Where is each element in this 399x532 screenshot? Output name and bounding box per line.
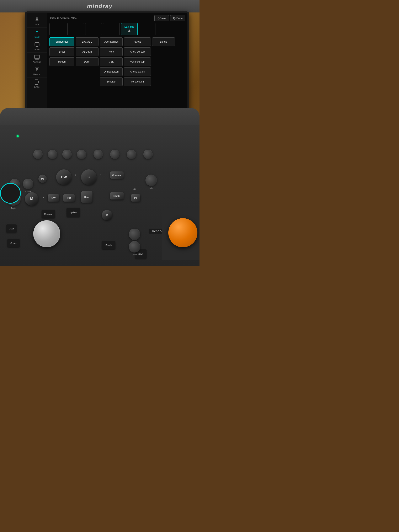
elasto-button[interactable]: Elasto bbox=[110, 192, 124, 200]
c-button[interactable]: C bbox=[81, 169, 97, 185]
sidebar-label-anzeige: Anzeige bbox=[33, 61, 41, 63]
probe-slot-2[interactable] bbox=[67, 23, 84, 35]
pw-button[interactable]: PW bbox=[56, 169, 72, 185]
console-body: Resona I8 Angle A. Power Volume P2 PW Y … bbox=[0, 108, 200, 266]
z-label: Z bbox=[100, 173, 101, 177]
color-knob[interactable]: Color bbox=[146, 175, 157, 186]
brand-name: mindray bbox=[87, 3, 113, 10]
led-indicator bbox=[17, 135, 19, 137]
sidebar-item-sonde[interactable]: Sonde bbox=[27, 28, 47, 40]
right-trackball-area bbox=[162, 208, 200, 260]
pd-button[interactable]: PD bbox=[63, 194, 75, 202]
probe-slot-4[interactable] bbox=[103, 23, 120, 35]
svg-rect-1 bbox=[34, 55, 39, 59]
volume-knob[interactable]: Volume bbox=[23, 179, 33, 189]
volume-label: Volume bbox=[25, 190, 31, 192]
cursor-button[interactable]: Cursor bbox=[7, 239, 20, 247]
app-col-3: Oberflächlich Nerv MSK Orthopädisch Schu… bbox=[100, 38, 123, 116]
sidebar-item-bericht[interactable]: Bericht bbox=[27, 65, 47, 77]
knob-1[interactable] bbox=[33, 150, 43, 159]
sidebar-label-bericht: Bericht bbox=[33, 73, 40, 76]
knob-7[interactable] bbox=[127, 150, 136, 159]
probe-slot-3[interactable] bbox=[85, 23, 102, 35]
monitor-bezel: Info Sonde Scan Anzeig bbox=[25, 12, 189, 120]
app-btn-abd-kin[interactable]: ABD Kin bbox=[76, 47, 99, 56]
app-btn-oberflaechlich[interactable]: Oberflächlich bbox=[100, 38, 123, 46]
knob-6[interactable] bbox=[110, 150, 120, 159]
app-btn-msk[interactable]: MSK bbox=[100, 57, 123, 66]
trackball[interactable] bbox=[33, 220, 60, 247]
app-btn-hoden[interactable]: Hoden bbox=[50, 57, 74, 66]
app-col-2: Erw. ABD ABD Kin Darm bbox=[76, 38, 99, 116]
app-btn-vena-ext-inf[interactable]: Vena ext inf bbox=[124, 77, 151, 86]
sidebar-item-info[interactable]: Info bbox=[27, 15, 47, 28]
app-btn-schilddruese[interactable]: Schilddrüse bbox=[50, 38, 74, 46]
sidebar-item-scan[interactable]: Scan bbox=[27, 40, 47, 53]
x-label: X bbox=[43, 196, 44, 199]
exit-icon: ⏻ bbox=[173, 17, 176, 20]
4d-label: 4D bbox=[133, 188, 136, 190]
svg-rect-0 bbox=[35, 43, 39, 46]
app-btn-vena-ext-sup[interactable]: Vena ext sup bbox=[124, 57, 151, 66]
app-btn-orthopaedisch[interactable]: Orthopädisch bbox=[100, 67, 123, 76]
app-btn-brust[interactable]: Brust bbox=[50, 47, 74, 56]
measure-button[interactable]: Measure bbox=[42, 210, 55, 218]
section-title: Sond u. Unters.-Mod. bbox=[50, 16, 77, 19]
dual-button[interactable]: Dual bbox=[81, 191, 93, 203]
svg-rect-2 bbox=[35, 67, 39, 72]
probe-slot-active[interactable]: L13-3Ns ▼ bbox=[121, 23, 138, 35]
top-bar: Sond u. Unters.-Mod. QSave ⏻ Ende bbox=[50, 15, 185, 21]
clear-button[interactable]: Clear bbox=[6, 224, 17, 233]
app-btn-lunge[interactable]: Lunge bbox=[152, 38, 175, 46]
app-btn-nerv[interactable]: Nerv bbox=[100, 47, 123, 56]
probe-slot-1[interactable] bbox=[50, 23, 66, 35]
zoom-knob[interactable]: Zoom bbox=[129, 241, 140, 253]
screen: Info Sonde Scan Anzeig bbox=[27, 13, 187, 118]
probe-slot-6[interactable] bbox=[139, 23, 155, 35]
b-button[interactable]: B bbox=[102, 210, 112, 220]
cw-button[interactable]: CW bbox=[48, 194, 59, 202]
top-buttons: QSave ⏻ Ende bbox=[154, 15, 185, 21]
zoom-label: Zoom bbox=[132, 254, 137, 256]
probe-slot-7[interactable] bbox=[157, 23, 173, 35]
itouch-button[interactable]: iTouch bbox=[102, 241, 115, 249]
app-btn-arter-ext-sup[interactable]: Arter. ext sup bbox=[124, 47, 151, 56]
m-button[interactable]: M bbox=[25, 192, 38, 206]
p1-button[interactable]: P1 bbox=[131, 194, 140, 202]
sidebar-label-info: Info bbox=[35, 23, 39, 26]
sidebar-label-ende: Ende bbox=[34, 86, 40, 88]
angle-label: Angle bbox=[11, 207, 16, 209]
probe-icon: ▼ bbox=[127, 28, 131, 33]
depth-knob[interactable]: Depth bbox=[129, 228, 140, 240]
main-content: Sond u. Unters.-Mod. QSave ⏻ Ende L13-3N… bbox=[47, 13, 187, 118]
p2-button[interactable]: P2 bbox=[38, 175, 47, 183]
app-btn-schulter[interactable]: Schulter bbox=[100, 77, 123, 86]
sidebar-item-ende[interactable]: Ende bbox=[27, 77, 47, 90]
knob-8[interactable] bbox=[143, 150, 153, 159]
sidebar-item-anzeige[interactable]: Anzeige bbox=[27, 53, 47, 65]
app-col-4: Karotis Arter. ext sup Vena ext sup Arte… bbox=[124, 38, 151, 116]
knob-4[interactable] bbox=[77, 150, 86, 159]
teal-ring bbox=[0, 183, 21, 204]
app-grid: Schilddrüse Brust Hoden Erw. ABD ABD Kin… bbox=[50, 38, 185, 116]
app-col-1: Schilddrüse Brust Hoden bbox=[50, 38, 74, 116]
app-btn-darm[interactable]: Darm bbox=[76, 57, 99, 66]
update-button[interactable]: Update bbox=[66, 208, 80, 217]
probe-selector-row: L13-3Ns ▼ bbox=[50, 23, 185, 35]
app-btn-arteria-ext-inf[interactable]: Arteria ext inf bbox=[124, 67, 151, 76]
knob-2[interactable] bbox=[48, 150, 57, 159]
probe-active-name: L13-3Ns bbox=[125, 25, 134, 28]
color-label: Color bbox=[149, 187, 154, 189]
console-top-curve bbox=[0, 108, 200, 125]
app-btn-erw-abd[interactable]: Erw. ABD bbox=[76, 38, 99, 46]
sidebar-label-scan: Scan bbox=[34, 48, 39, 51]
knob-3[interactable] bbox=[62, 150, 72, 159]
orange-trackball[interactable] bbox=[168, 218, 197, 247]
app-btn-karotis[interactable]: Karotis bbox=[124, 38, 151, 46]
contrast-button[interactable]: Contrast bbox=[110, 171, 124, 179]
y-label: Y bbox=[75, 173, 76, 177]
knob-5[interactable] bbox=[94, 150, 103, 159]
qsave-button[interactable]: QSave bbox=[154, 15, 169, 21]
ende-button[interactable]: ⏻ Ende bbox=[170, 15, 185, 21]
brand-bar: mindray bbox=[0, 0, 200, 13]
